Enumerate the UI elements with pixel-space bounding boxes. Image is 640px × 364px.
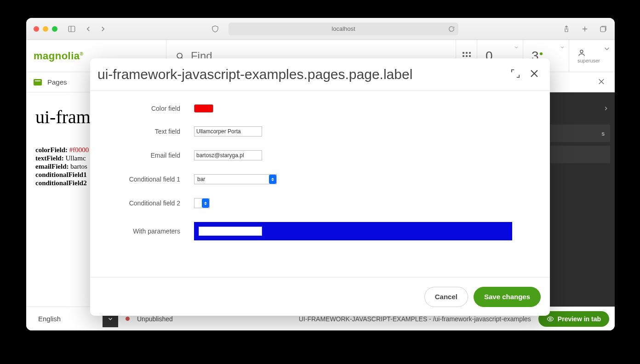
chevron-down-icon: [560, 45, 565, 50]
refresh-icon[interactable]: [448, 26, 455, 32]
pages-icon: [34, 79, 42, 85]
svg-point-10: [549, 318, 551, 320]
svg-point-7: [580, 50, 583, 53]
sidebar-toggle-icon[interactable]: [68, 25, 76, 33]
chevron-right-icon[interactable]: [603, 105, 609, 114]
dialog-body: Color field Text field Email field Condi…: [90, 91, 550, 277]
email-field[interactable]: [194, 150, 262, 160]
params-block: [194, 222, 512, 240]
address-bar[interactable]: localhost: [229, 23, 458, 35]
tab-overview-icon[interactable]: [599, 25, 607, 33]
cancel-button[interactable]: Cancel: [424, 287, 468, 307]
language-select[interactable]: English: [32, 311, 95, 327]
side-panel: s: [546, 92, 615, 307]
dialog-footer: Cancel Save changes: [90, 277, 550, 316]
svg-rect-4: [600, 27, 606, 32]
text-field[interactable]: [194, 126, 262, 136]
edit-dialog: ui-framework-javascript-examples.pages.p…: [90, 58, 550, 316]
close-panel-icon[interactable]: [597, 77, 606, 87]
svg-point-5: [177, 53, 182, 58]
form-row-params: With parameters: [116, 222, 524, 240]
color-field[interactable]: [194, 104, 213, 113]
form-row-cond1: Conditional field 1 bar: [116, 174, 524, 184]
label-text: Text field: [116, 128, 194, 135]
chevron-down-icon: [514, 45, 519, 50]
label-email: Email field: [116, 152, 194, 159]
subapp-title: Pages: [47, 78, 67, 86]
select-handle-icon: [202, 199, 209, 208]
browser-toolbar: localhost: [26, 18, 615, 40]
select-handle-icon: [269, 175, 276, 184]
conditional-field-2[interactable]: [194, 198, 210, 208]
footer-path: UI-FRAMEWORK-JAVASCRIPT-EXAMPLES - /ui-f…: [299, 315, 531, 323]
label-color: Color field: [116, 105, 194, 112]
shield-icon[interactable]: [211, 25, 219, 33]
form-row-cond2: Conditional field 2: [116, 198, 524, 208]
params-field[interactable]: [199, 227, 262, 236]
form-row-email: Email field: [116, 150, 524, 160]
status-text: Unpublished: [137, 315, 173, 323]
side-row[interactable]: s: [550, 125, 610, 142]
chevron-down-icon: [603, 45, 611, 53]
window-close-icon[interactable]: [34, 26, 39, 32]
close-icon[interactable]: [529, 68, 540, 81]
dialog-title: ui-framework-javascript-examples.pages.p…: [97, 67, 502, 82]
eye-icon: [547, 315, 554, 323]
dialog-header: ui-framework-javascript-examples.pages.p…: [90, 58, 550, 91]
form-row-color: Color field: [116, 104, 524, 113]
window-maximize-icon[interactable]: [52, 26, 57, 32]
label-cond2: Conditional field 2: [116, 199, 194, 207]
window-minimize-icon[interactable]: [43, 26, 48, 32]
address-text: localhost: [331, 25, 355, 32]
label-params: With parameters: [116, 228, 194, 235]
user-menu[interactable]: superuser: [569, 40, 615, 72]
logo[interactable]: magnolia®: [34, 50, 83, 62]
share-icon[interactable]: [562, 25, 571, 33]
window-controls: [34, 26, 57, 32]
new-tab-icon[interactable]: [581, 25, 589, 33]
expand-icon[interactable]: [510, 68, 520, 80]
conditional-field-1[interactable]: bar: [194, 174, 277, 184]
side-row[interactable]: [550, 146, 610, 163]
form-row-text: Text field: [116, 126, 524, 136]
user-name: superuser: [577, 58, 600, 63]
save-button[interactable]: Save changes: [474, 287, 541, 307]
label-cond1: Conditional field 1: [116, 176, 194, 183]
status-dot-icon: [126, 317, 130, 321]
nav-back-icon[interactable]: [84, 25, 92, 33]
nav-forward-icon[interactable]: [99, 25, 107, 33]
svg-rect-0: [69, 26, 75, 32]
user-icon: [577, 49, 586, 57]
